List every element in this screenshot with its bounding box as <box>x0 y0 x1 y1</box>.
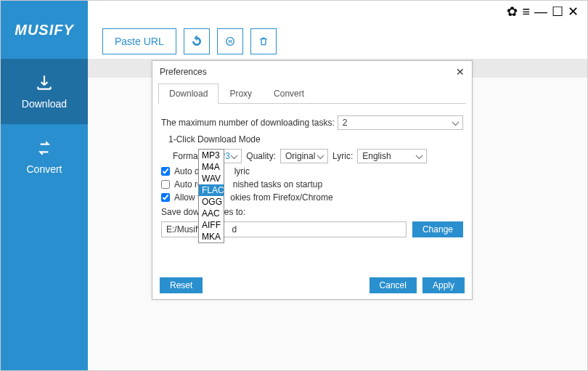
quality-select[interactable]: Original <box>280 149 328 163</box>
paste-url-button[interactable]: Paste URL <box>102 28 176 54</box>
settings-icon[interactable]: ✿ <box>507 5 518 18</box>
delete-button[interactable] <box>250 28 277 54</box>
dialog-close-icon[interactable]: ✕ <box>456 66 465 78</box>
sidebar-item-label: Download <box>22 98 67 110</box>
sidebar-item-convert[interactable]: Convert <box>1 124 88 189</box>
tab-proxy[interactable]: Proxy <box>219 83 263 104</box>
format-dropdown-list[interactable]: MP3 M4A WAV FLAC OGG AAC AIFF MKA <box>198 149 224 243</box>
trash-icon <box>258 36 269 47</box>
sidebar: MUSIFY Download Convert <box>1 1 88 370</box>
format-option[interactable]: MP3 <box>199 150 224 161</box>
tab-download[interactable]: Download <box>158 83 219 104</box>
dialog-title: Preferences <box>160 67 207 77</box>
format-option[interactable]: OGG <box>199 196 224 208</box>
refresh-icon <box>191 36 203 47</box>
format-option[interactable]: AAC <box>199 208 224 219</box>
toolbar: Paste URL <box>102 28 277 54</box>
quality-label: Quality: <box>246 151 276 161</box>
allow-cookies-checkbox[interactable] <box>161 193 170 202</box>
change-button[interactable]: Change <box>412 221 463 237</box>
format-option[interactable]: M4A <box>199 161 224 173</box>
dialog-tabs: Download Proxy Convert <box>158 83 466 104</box>
auto-resume-label-right: nished tasks on startup <box>233 179 322 189</box>
format-option[interactable]: MKA <box>199 231 224 242</box>
save-to-label-left: Save dow <box>161 207 200 217</box>
sidebar-item-download[interactable]: Download <box>1 59 88 124</box>
dialog-titlebar: Preferences ✕ <box>152 61 472 83</box>
retry-button[interactable] <box>184 28 210 54</box>
format-option[interactable]: WAV <box>199 173 224 184</box>
cancel-button[interactable]: Cancel <box>369 277 417 293</box>
format-option[interactable]: AIFF <box>199 219 224 231</box>
svg-point-0 <box>226 38 234 46</box>
auto-resume-checkbox[interactable] <box>161 180 170 189</box>
auto-download-lyric-checkbox[interactable] <box>161 167 170 176</box>
apply-button[interactable]: Apply <box>422 277 465 293</box>
sidebar-item-label: Convert <box>26 163 62 175</box>
tab-convert[interactable]: Convert <box>263 83 315 104</box>
pause-icon <box>224 36 236 47</box>
max-tasks-select[interactable]: 2 <box>338 115 463 130</box>
max-tasks-label: The maximum number of downloading tasks: <box>161 118 335 128</box>
dialog-footer: Reset Cancel Apply <box>152 272 472 299</box>
mode-label: 1-Click Download Mode <box>168 134 463 144</box>
titlebar: ✿ ≡ — ☐ ✕ <box>1 1 587 59</box>
allow-cookies-label-right: okies from Firefox/Chrome <box>230 192 332 203</box>
maximize-icon[interactable]: ☐ <box>552 5 563 18</box>
close-icon[interactable]: ✕ <box>568 5 579 18</box>
minimize-icon[interactable]: — <box>534 5 547 18</box>
menu-icon[interactable]: ≡ <box>522 5 530 18</box>
app-logo: MUSIFY <box>1 1 88 59</box>
lyric-select[interactable]: English <box>357 149 427 163</box>
convert-icon <box>35 139 54 158</box>
format-option[interactable]: FLAC <box>199 184 224 196</box>
auto-download-lyric-label-right: lyric <box>234 166 250 176</box>
pause-button[interactable] <box>217 28 243 54</box>
save-to-label-right: es to: <box>224 207 245 217</box>
reset-button[interactable]: Reset <box>160 277 203 293</box>
lyric-label: Lyric: <box>332 151 353 161</box>
download-icon <box>35 73 54 92</box>
window-controls: ✿ ≡ — ☐ ✕ <box>507 5 579 18</box>
allow-cookies-label-left: Allow t <box>174 192 200 203</box>
